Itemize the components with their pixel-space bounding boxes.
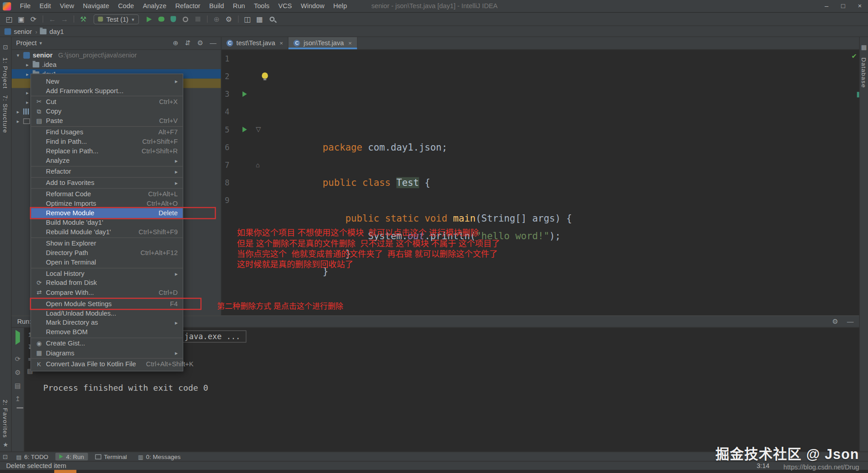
expand-arrow-icon[interactable]: ▸ — [15, 118, 20, 123]
code-line[interactable]: } — [255, 174, 859, 191]
tool-window-switcher-icon[interactable]: ⊡ — [3, 44, 8, 51]
gear-icon[interactable]: ⚙ — [197, 39, 203, 47]
save-icon[interactable]: ▣ — [15, 14, 27, 24]
expand-arrow-icon[interactable]: ▸ — [25, 90, 30, 95]
menu-item[interactable]: Rebuild Module 'day1' Ctrl+Shift+F9 — [31, 227, 183, 237]
tool-window-tab[interactable]: 4: Run — [56, 453, 88, 460]
tab-close-icon[interactable]: × — [348, 40, 352, 47]
attach-icon[interactable]: ⊕ — [211, 14, 223, 24]
tool-window-button[interactable]: 1: Project — [2, 57, 9, 89]
menu-bar-item[interactable]: Tools — [250, 2, 274, 10]
search-everywhere-icon[interactable] — [266, 14, 278, 24]
minimize-button[interactable]: – — [818, 2, 835, 10]
stop-icon[interactable] — [192, 14, 204, 24]
sync-icon[interactable]: ⟳ — [28, 14, 39, 24]
run-line-icon[interactable] — [242, 127, 247, 132]
expand-arrow-icon[interactable]: ▸ — [15, 109, 20, 114]
maximize-button[interactable]: □ — [835, 2, 852, 10]
gear-icon[interactable]: ⚙ — [832, 318, 838, 326]
menu-item[interactable]: Open in Terminal — [31, 258, 183, 267]
menu-bar-item[interactable]: Refactor — [171, 2, 205, 10]
inspections-ok-icon[interactable]: ✔ — [851, 52, 857, 60]
back-icon[interactable]: ← — [47, 14, 58, 24]
menu-bar-item[interactable]: Navigate — [79, 2, 114, 10]
code-lines[interactable]: package com.day1.json; public class Test… — [250, 50, 859, 315]
menu-item[interactable]: Reformat Code Ctrl+Alt+L — [31, 189, 183, 199]
rerun-icon[interactable] — [15, 333, 20, 343]
menu-bar-item[interactable]: Run — [228, 2, 250, 10]
menu-item[interactable]: Add Framework Support... — [31, 86, 183, 95]
menu-item[interactable]: Mark Directory as ▸ — [31, 318, 183, 327]
code-line[interactable]: public class Test { — [255, 85, 859, 103]
tool-window-button[interactable]: 2: Favorites — [2, 399, 9, 438]
chevron-down-icon[interactable]: ▾ — [39, 40, 42, 46]
tool-window-button[interactable]: 7: Structure — [2, 95, 9, 133]
menu-item[interactable]: Find in Path... Ctrl+Shift+F — [31, 137, 183, 146]
debug-icon[interactable] — [155, 14, 167, 24]
wrench-icon[interactable]: ⚙ — [223, 14, 235, 24]
coverage-icon[interactable] — [167, 14, 179, 24]
menu-bar-item[interactable]: Window — [296, 2, 329, 10]
menu-bar-item[interactable]: Analyze — [138, 2, 171, 10]
tree-row[interactable]: ▸ .idea — [12, 60, 221, 69]
menu-bar-item[interactable]: Edit — [35, 2, 56, 10]
menu-item[interactable]: ▦ Diagrams ▸ — [31, 348, 183, 358]
menu-item[interactable]: New ▸ — [31, 76, 183, 86]
menu-item[interactable]: Replace in Path... Ctrl+Shift+R — [31, 146, 183, 156]
scroll-up-icon[interactable]: ↥ — [15, 396, 20, 402]
close-button[interactable]: × — [851, 2, 868, 10]
favorites-star-icon[interactable]: ★ — [3, 441, 8, 448]
tree-row[interactable]: ▾ senior G:\json_project\java\senior — [12, 50, 221, 60]
menu-item[interactable]: Add to Favorites ▸ — [31, 178, 183, 188]
tool-window-button[interactable]: Database — [861, 57, 868, 88]
print-icon[interactable]: ▤ — [14, 383, 21, 389]
menu-item[interactable]: Remove BOM — [31, 327, 183, 337]
hide-panel-icon[interactable]: — — [847, 318, 854, 326]
intention-bulb-icon[interactable] — [262, 72, 268, 78]
tool-window-tab[interactable]: 6: TODO — [12, 453, 52, 460]
menu-item[interactable]: Find Usages Alt+F7 — [31, 127, 183, 137]
run-icon[interactable] — [143, 14, 155, 24]
settings-icon[interactable]: ⚙ — [15, 369, 21, 376]
menu-bar-item[interactable]: VCS — [274, 2, 296, 10]
code-line[interactable]: ▽ public static void main(String[] args)… — [255, 121, 859, 138]
menu-item[interactable]: Build Module 'day1' — [31, 218, 183, 227]
menu-item[interactable]: ⟳ Reload from Disk — [31, 278, 183, 288]
expand-arrow-icon[interactable]: ▾ — [15, 52, 20, 58]
tab-close-icon[interactable]: × — [280, 40, 283, 47]
menu-bar-item[interactable]: Build — [205, 2, 228, 10]
window-switcher-icon[interactable]: ⊡ — [3, 453, 8, 460]
menu-bar-item[interactable]: File — [15, 2, 35, 10]
expand-arrow-icon[interactable]: ▸ — [25, 61, 30, 67]
menu-item[interactable]: ▤ Paste Ctrl+V — [31, 116, 183, 126]
editor-tab[interactable]: C test\Test.java × — [222, 37, 289, 49]
code-line[interactable] — [255, 103, 859, 121]
menu-item[interactable]: Local History ▸ — [31, 269, 183, 278]
menu-bar-item[interactable]: Help — [329, 2, 351, 10]
menu-item[interactable]: Analyze ▸ — [31, 156, 183, 166]
menu-item[interactable]: K Convert Java File to Kotlin File Ctrl+… — [31, 359, 183, 369]
restart-icon[interactable]: ⟳ — [15, 356, 20, 363]
forward-icon[interactable]: → — [59, 14, 71, 24]
menu-bar-item[interactable]: View — [55, 2, 78, 10]
code-line[interactable]: System.out.println("hello word!"); — [255, 138, 859, 156]
hide-panel-icon[interactable]: — — [210, 39, 217, 47]
layout-windows-icon[interactable]: ▦ — [254, 14, 266, 24]
layout-editor-icon[interactable]: ◫ — [242, 14, 253, 24]
menu-item[interactable]: Directory Path Ctrl+Alt+F12 — [31, 248, 183, 258]
profiler-icon[interactable] — [180, 14, 191, 24]
menu-item[interactable]: ⇄ Compare With... Ctrl+D — [31, 288, 183, 297]
breadcrumb-item[interactable]: › day1 — [35, 28, 64, 35]
open-icon[interactable]: ◰ — [3, 14, 15, 24]
breadcrumb-item[interactable]: senior — [5, 28, 32, 35]
code-line[interactable] — [255, 67, 859, 85]
run-configuration-select[interactable]: Test (1) ▾ — [94, 14, 139, 24]
menu-item[interactable]: ✂ Cut Ctrl+X — [31, 97, 183, 107]
menu-item[interactable]: ⧉ Copy — [31, 107, 183, 116]
tool-window-tab[interactable]: 0: Messages — [134, 453, 185, 460]
menu-item[interactable]: ◉ Create Gist... — [31, 339, 183, 348]
expand-arrow-icon[interactable]: ▸ — [25, 71, 30, 76]
build-hammer-icon[interactable]: ⚒ — [77, 14, 89, 24]
locate-file-icon[interactable]: ⊕ — [173, 39, 178, 47]
editor-tab[interactable]: C json\Test.java × — [289, 37, 357, 49]
